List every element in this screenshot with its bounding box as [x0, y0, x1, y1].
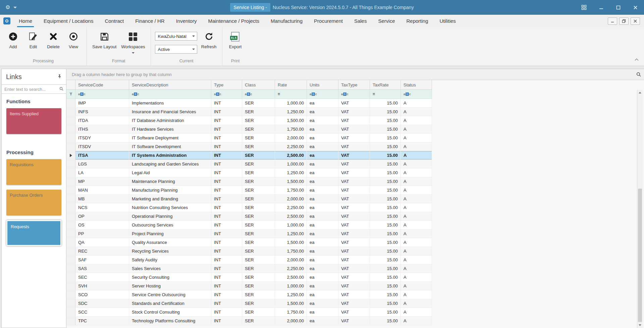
filter-cell-taxrate[interactable]: = — [370, 90, 401, 99]
child-close-button[interactable] — [631, 17, 640, 25]
ribbon-tab-procurement[interactable]: Procurement — [308, 15, 348, 27]
filter-cell-servicecode[interactable]: abc — [75, 90, 129, 99]
filter-cell-status[interactable]: abc — [401, 90, 432, 99]
table-row-sco[interactable]: SCOService Centre OutsourcingINTSER1,250… — [66, 290, 432, 299]
table-row-tpc[interactable]: TPCTechnology Platforms ConsultingINTSER… — [66, 317, 432, 325]
settings-gear-icon[interactable]: ⚙ — [5, 5, 10, 10]
region-select[interactable]: KwaZulu-Natal — [155, 32, 197, 41]
table-row-pp[interactable]: PPProject PlanningINTSER1,250.00eaVAT15.… — [66, 229, 432, 238]
refresh-button[interactable]: Refresh — [200, 29, 218, 54]
ribbon-tab-equipment-locations[interactable]: Equipment / Locations — [38, 15, 99, 27]
scroll-down-icon[interactable] — [637, 322, 643, 328]
column-header-type[interactable]: Type — [211, 80, 242, 89]
column-header-rate[interactable]: Rate — [275, 80, 307, 89]
add-button[interactable]: Add — [4, 29, 22, 49]
column-header-servicedescription[interactable]: ServiceDescription — [129, 80, 211, 89]
scrollbar-thumb[interactable] — [638, 189, 642, 322]
table-row-imp[interactable]: IMPImplementationsINTSER1,000.00eaVAT15.… — [66, 99, 432, 108]
table-row-rec[interactable]: RECRecycling ServicesINTSER1,750.00eaVAT… — [66, 247, 432, 256]
table-row-op[interactable]: OPOperational PlanningINTSER2,500.00eaVA… — [66, 212, 432, 221]
filter-cell-class[interactable]: abc — [242, 90, 275, 99]
table-row-qa[interactable]: QAQuality AssuranceINTSER1,500.00eaVAT15… — [66, 238, 432, 247]
export-button[interactable]: XLS Export — [226, 29, 245, 49]
table-row-man[interactable]: MANManufacturing PlanningINTSER1,750.00e… — [66, 186, 432, 195]
sidebar-search-input[interactable] — [4, 87, 58, 92]
cell-rate: 1,750.00 — [275, 308, 307, 316]
ribbon-tab-manufacturing[interactable]: Manufacturing — [265, 15, 308, 27]
scroll-up-icon[interactable] — [637, 90, 643, 95]
filter-cell-servicedescription[interactable]: abc — [129, 90, 211, 99]
cell-status: A — [401, 308, 432, 316]
cell-servicedescription: Standards and Certification — [129, 299, 211, 308]
vertical-scrollbar[interactable] — [637, 90, 643, 328]
column-header-servicecode[interactable]: ServiceCode — [75, 80, 129, 89]
grid-search-icon[interactable] — [636, 72, 641, 78]
ribbon-tab-home[interactable]: Home — [13, 15, 38, 27]
column-header-taxrate[interactable]: TaxRate — [370, 80, 401, 89]
filter-cell-taxtype[interactable]: abc — [338, 90, 370, 99]
table-row-itsa[interactable]: ITSAIT Systems AdministrationINTSER2,500… — [66, 151, 432, 160]
child-restore-button[interactable] — [619, 17, 629, 25]
minimize-window-button[interactable] — [599, 5, 604, 10]
status-select[interactable]: Active — [155, 45, 197, 54]
sidebar-button-purchase-orders[interactable]: Purchase Orders — [6, 190, 61, 215]
region-select-caret-icon[interactable] — [190, 32, 197, 40]
save-layout-button[interactable]: Save Layout — [91, 29, 118, 54]
pin-icon[interactable] — [57, 74, 62, 80]
delete-button[interactable]: Delete — [44, 29, 62, 49]
ribbon-tab-utilities[interactable]: Utilities — [434, 15, 462, 27]
table-row-svh[interactable]: SVHServer HostingINTSER1,000.00eaVAT15.0… — [66, 282, 432, 290]
cell-class: SER — [242, 238, 275, 247]
filter-cell-rate[interactable]: = — [275, 90, 307, 99]
apps-grid-icon[interactable] — [581, 5, 587, 10]
table-row-sas[interactable]: SASSales ServicesINTSER2,250.00eaVAT15.0… — [66, 264, 432, 273]
table-row-itsdy[interactable]: ITSDYIT Software DeploymentINTSER2,000.0… — [66, 134, 432, 142]
filter-cell-type[interactable]: abc — [211, 90, 242, 99]
table-row-sdc[interactable]: SDCStandards and CertificationINTSER1,50… — [66, 299, 432, 308]
ribbon-tab-contract[interactable]: Contract — [99, 15, 129, 27]
column-header-class[interactable]: Class — [242, 80, 275, 89]
table-row-ncs[interactable]: NCSNutrition Consulting ServicesINTSER2,… — [66, 203, 432, 212]
table-row-itsdv[interactable]: ITSDVIT Software DevelopmentINTSER2,250.… — [66, 142, 432, 151]
sidebar-button-items-supplied[interactable]: Items Supplied — [6, 108, 61, 134]
app-logo-icon[interactable] — [3, 17, 10, 24]
ribbon-tab-maintenance-projects[interactable]: Maintenance / Projects — [202, 15, 265, 27]
table-row-mb[interactable]: MBMarketing and BrandingINTSER2,000.00ea… — [66, 195, 432, 203]
column-header-units[interactable]: Units — [307, 80, 338, 89]
close-window-button[interactable] — [633, 5, 638, 10]
titlebar-dropdown-caret-icon[interactable] — [13, 7, 17, 8]
cell-units: ea — [307, 256, 338, 264]
ribbon-tab-service[interactable]: Service — [372, 15, 400, 27]
table-row-saf[interactable]: SAFSafety AudityINTSER2,000.00eaVAT15.00… — [66, 256, 432, 264]
table-row-mp[interactable]: MPMaintenance PlanningINTSER1,500.00eaVA… — [66, 177, 432, 186]
sidebar-button-requests[interactable]: Requests — [6, 220, 61, 246]
table-row-itda[interactable]: ITDAIT Database AdministrationINTSER1,50… — [66, 116, 432, 125]
status-select-caret-icon[interactable] — [190, 45, 197, 53]
table-row-scc[interactable]: SCCStock Control ConsultingINTSER1,750.0… — [66, 308, 432, 317]
workspaces-button[interactable]: Workspaces — [120, 29, 146, 54]
view-button[interactable]: View — [64, 29, 83, 49]
table-row-infs[interactable]: INFSInsurance and Financial ServicesINTS… — [66, 108, 432, 116]
ribbon-tab-sales[interactable]: Sales — [348, 15, 373, 27]
maximize-window-button[interactable] — [616, 5, 621, 10]
column-header-status[interactable]: Status — [401, 80, 432, 89]
table-row-lgs[interactable]: LGSLandscaping and Garden ServicesINTSER… — [66, 160, 432, 169]
cell-servicedescription: Project Planning — [129, 229, 211, 238]
edit-button[interactable]: Edit — [24, 29, 42, 49]
group-by-panel[interactable]: Drag a column header here to group by th… — [66, 69, 644, 80]
cell-units: ea — [307, 229, 338, 238]
table-row-la[interactable]: LALegal AidINTSER1,250.00eaVAT15.00A — [66, 169, 432, 177]
table-row-sec[interactable]: SECSecurity ConsultingINTSER2,500.00eaVA… — [66, 273, 432, 282]
table-row-iths[interactable]: ITHSIT Hardware ServicesINTSER1,750.00ea… — [66, 125, 432, 134]
ribbon-tab-reporting[interactable]: Reporting — [400, 15, 434, 27]
filter-cell-units[interactable]: abc — [307, 90, 338, 99]
table-row-os[interactable]: OSOutsourcing ServicesINTSER1,000.00eaVA… — [66, 221, 432, 229]
child-minimize-button[interactable] — [608, 17, 617, 25]
search-icon[interactable] — [59, 86, 63, 92]
collapse-ribbon-button[interactable] — [635, 56, 639, 62]
column-header-taxtype[interactable]: TaxType — [338, 80, 370, 89]
ribbon-tab-inventory[interactable]: Inventory — [170, 15, 203, 27]
row-indicator — [66, 99, 75, 107]
ribbon-tab-finance-hr[interactable]: Finance / HR — [129, 15, 170, 27]
sidebar-button-requisitions[interactable]: Requisitions — [6, 159, 61, 185]
